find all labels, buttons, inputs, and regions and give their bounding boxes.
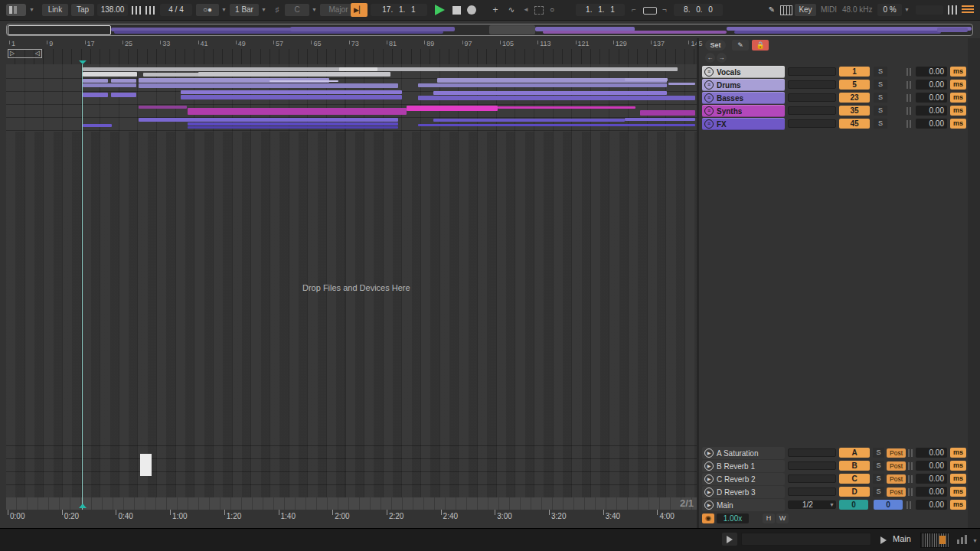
return-letter-box[interactable]: D (839, 487, 870, 497)
solo-button[interactable]: S (874, 80, 887, 90)
clip-segment[interactable] (418, 124, 695, 126)
return-delay-display[interactable]: 0.00 (916, 461, 947, 471)
return-track-header[interactable]: ▶D Reverb 3 (702, 486, 785, 498)
settings-menu-icon[interactable] (962, 5, 974, 15)
track-delay-unit-button[interactable]: ms (950, 93, 966, 103)
return-letter-box[interactable]: A (839, 448, 870, 458)
solo-button[interactable]: S (873, 461, 884, 471)
clip-segment[interactable] (433, 119, 625, 122)
unfold-icon[interactable]: ▶ (704, 448, 714, 458)
post-fader-toggle[interactable]: Post (887, 487, 906, 497)
automation-mode-icon[interactable]: ∿ (505, 4, 518, 16)
return-track-lanes[interactable] (6, 444, 697, 497)
return-track-header[interactable]: ▶C Reverb 2 (702, 473, 785, 485)
output-meter-caret[interactable]: ▼ (972, 538, 978, 543)
track-header[interactable]: ≡Synths (702, 105, 785, 117)
track-delay-unit-button[interactable]: ms (950, 119, 966, 129)
track-io-display[interactable] (788, 93, 836, 102)
track-input-channel[interactable]: 1 (839, 67, 870, 77)
punch-out-icon[interactable]: ¬ (660, 4, 669, 16)
clip-segment[interactable] (270, 80, 338, 82)
unfold-icon[interactable]: ▶ (704, 487, 714, 497)
return-delay-display[interactable]: 0.00 (916, 474, 947, 484)
key-map-button[interactable]: Key (795, 4, 816, 16)
return-delay-display[interactable]: 0.00 (916, 448, 947, 458)
clip-segment[interactable] (625, 78, 668, 81)
track-delay-display[interactable]: 0.00 (916, 80, 947, 90)
clip-segment[interactable] (640, 110, 695, 116)
width-zoom-button[interactable]: W (776, 514, 789, 523)
re-enable-automation-icon[interactable]: ◄ (521, 4, 531, 16)
height-zoom-button[interactable]: H (763, 514, 775, 523)
track-io-display[interactable] (788, 67, 836, 76)
nudge-down-icon[interactable] (132, 6, 142, 15)
return-delay-display[interactable]: 0.00 (916, 487, 947, 497)
post-fader-toggle[interactable]: Post (887, 474, 906, 484)
track-header[interactable]: ≡Drums (702, 79, 785, 91)
output-meter-icon[interactable] (957, 535, 969, 544)
clip-segment[interactable] (139, 83, 398, 88)
clip-segment[interactable] (668, 83, 695, 85)
clip-segment[interactable] (407, 106, 498, 111)
punch-in-icon[interactable]: ⌐ (629, 4, 639, 16)
arrangement-overview[interactable] (6, 24, 973, 36)
main-volume[interactable]: 0 (874, 500, 903, 510)
clip-segment[interactable] (83, 93, 108, 97)
panel-toggle-caret[interactable]: ▼ (29, 4, 34, 16)
stop-button[interactable] (452, 6, 461, 15)
post-fader-toggle[interactable]: Post (887, 461, 906, 471)
return-io-display[interactable] (788, 487, 836, 496)
return-delay-unit-button[interactable]: ms (950, 448, 966, 458)
track-delay-unit-button[interactable]: ms (950, 106, 966, 116)
quantize-caret[interactable]: ▼ (261, 4, 266, 16)
time-signature-display[interactable]: 4 / 4 (160, 4, 192, 16)
solo-button[interactable]: S (873, 474, 884, 484)
insert-marker-bottom-icon[interactable] (79, 504, 87, 508)
track-header[interactable]: ≡FX (702, 118, 785, 130)
clip-segment[interactable] (188, 108, 407, 115)
solo-button[interactable]: S (873, 487, 884, 497)
metronome-icon[interactable]: ○● (196, 4, 219, 16)
track-input-channel[interactable]: 5 (839, 80, 870, 90)
solo-button[interactable]: S (874, 119, 887, 129)
clip-segment[interactable] (139, 118, 398, 122)
main-routing-caret[interactable]: ▼ (829, 502, 835, 507)
track-delay-display[interactable]: 0.00 (916, 93, 947, 103)
follow-button[interactable]: ▶▏ (351, 3, 368, 17)
clip-segment[interactable] (188, 126, 398, 129)
quantize-menu[interactable]: 1 Bar (230, 4, 259, 16)
clip-segment[interactable] (181, 90, 402, 94)
return-io-display[interactable] (788, 461, 836, 470)
main-track-header[interactable]: ▶ Main (702, 499, 785, 511)
clip-segment[interactable] (198, 72, 390, 77)
clip-segment[interactable] (188, 122, 398, 126)
clip-segment[interactable] (433, 91, 667, 95)
clip-segment[interactable] (83, 79, 108, 83)
time-ruler[interactable]: 0:000:200:401:001:201:402:002:202:403:00… (6, 510, 697, 523)
clip-segment[interactable] (83, 67, 678, 71)
beat-ruler-grid[interactable] (6, 49, 697, 64)
loop-start-display[interactable]: 1. 1. 1 (576, 4, 625, 16)
set-locator-button[interactable]: Set (705, 40, 726, 51)
track-header[interactable]: ≡Vocals (702, 66, 785, 78)
clip-segment[interactable] (625, 118, 695, 121)
track-delay-unit-button[interactable]: ms (950, 80, 966, 90)
return-delay-unit-button[interactable]: ms (950, 487, 966, 497)
tempo-display[interactable]: 138.00 (97, 4, 128, 16)
track-input-channel[interactable]: 23 (839, 93, 870, 103)
loop-region-marker[interactable]: ▷◁ (8, 49, 42, 58)
solo-button[interactable]: S (874, 67, 887, 77)
track-delay-unit-button[interactable]: ms (950, 67, 966, 77)
return-track-header[interactable]: ▶A Saturation (702, 447, 785, 459)
clip-segment[interactable] (111, 93, 136, 97)
return-letter-box[interactable]: C (839, 474, 870, 484)
prev-locator-button[interactable]: ← (705, 53, 715, 63)
fold-icon[interactable]: ≡ (704, 106, 714, 116)
unfold-icon[interactable]: ▶ (704, 500, 714, 510)
preview-play-button[interactable] (722, 533, 737, 546)
track-input-channel[interactable]: 45 (839, 119, 870, 129)
cpu-load-display[interactable]: 0 % (877, 4, 902, 16)
computer-midi-keyboard-icon[interactable] (780, 5, 792, 15)
track-delay-display[interactable]: 0.00 (916, 119, 947, 129)
return-delay-unit-button[interactable]: ms (950, 474, 966, 484)
